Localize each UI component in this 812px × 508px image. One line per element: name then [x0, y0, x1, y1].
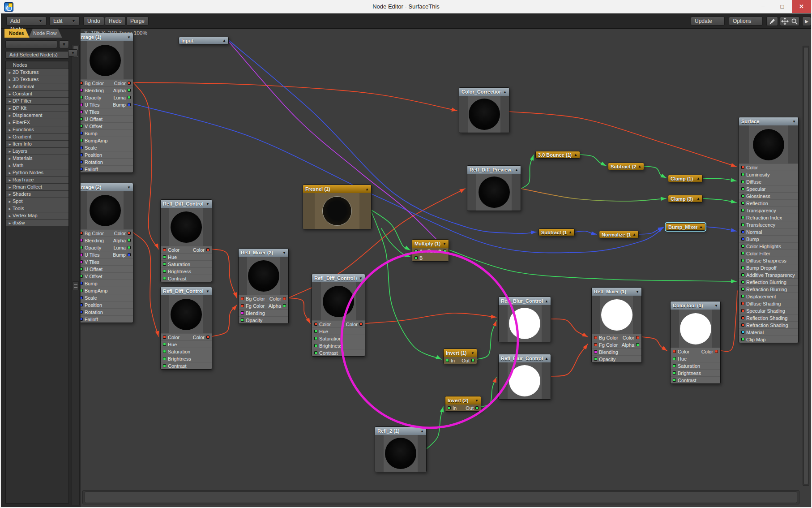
node-header[interactable]: Refl_2 (1)▲: [375, 427, 426, 435]
collapse-toggle-icon[interactable]: ▲: [545, 357, 548, 361]
output-socket-bump[interactable]: [128, 103, 131, 106]
input-socket-blending[interactable]: [81, 239, 83, 242]
sidebar-item-3d-textures[interactable]: ►3D Textures: [6, 76, 68, 83]
tab-node-flow[interactable]: Node Flow: [29, 29, 62, 38]
purge-button[interactable]: Purge: [126, 17, 149, 26]
input-socket-scale[interactable]: [81, 146, 83, 149]
input-socket-hue[interactable]: [314, 330, 317, 333]
node-refl-mixer-1[interactable]: Refl_Mixer (1)▼Bg ColorColorFg ColorAlph…: [591, 287, 642, 363]
node-invert-1[interactable]: Invert (1)▼InOut: [443, 349, 477, 364]
node-graph-canvas[interactable]: X:-195 Y:-240 Zoom:100% Image (1)▼Bg Col…: [81, 29, 811, 507]
wire[interactable]: [133, 104, 663, 253]
input-socket-bump[interactable]: [741, 237, 744, 241]
input-socket-color[interactable]: [673, 350, 676, 353]
input-socket-clip-map[interactable]: [741, 338, 744, 341]
sidebar-splitter[interactable]: [72, 45, 80, 505]
output-socket-alpha[interactable]: [283, 304, 286, 307]
canvas-vertical-scrollbar[interactable]: [803, 46, 809, 486]
input-socket-u-tiles[interactable]: [81, 103, 83, 106]
sidebar-item-python-nodes[interactable]: ►Python Nodes: [6, 169, 68, 176]
sidebar-item-math[interactable]: ►Math: [6, 162, 68, 169]
node-color-correction-1[interactable]: Color_Correction (1)▲: [459, 87, 509, 133]
collapse-toggle-icon[interactable]: ▼: [206, 289, 209, 293]
wire[interactable]: [133, 232, 158, 336]
input-socket-position[interactable]: [81, 303, 83, 306]
collapse-toggle-icon[interactable]: ▲: [222, 39, 226, 43]
node-header[interactable]: Normalize (1)▲: [599, 231, 638, 238]
node-header[interactable]: Fresnel (1)▲: [303, 185, 371, 193]
wire[interactable]: [449, 250, 736, 281]
sidebar-item-functions[interactable]: ►Functions: [6, 126, 68, 133]
node-header[interactable]: Subtract (1)▲: [539, 229, 574, 236]
input-socket-opacity[interactable]: [241, 319, 244, 322]
wire[interactable]: [521, 155, 534, 189]
collapse-toggle-icon[interactable]: ▲: [568, 230, 572, 234]
input-socket-color[interactable]: [741, 166, 744, 169]
sidebar-item-dp-filter[interactable]: ►DP Filter: [6, 98, 68, 104]
output-socket-alpha[interactable]: [128, 89, 131, 92]
collapse-toggle-icon[interactable]: ▲: [633, 232, 636, 237]
input-socket-fg-color[interactable]: [241, 304, 244, 307]
redo-button[interactable]: Redo: [105, 17, 126, 26]
input-socket-bump[interactable]: [81, 282, 83, 285]
input-socket-brightness[interactable]: [314, 344, 317, 347]
hscroll-thumb[interactable]: [85, 491, 797, 503]
input-socket-glossiness[interactable]: [741, 194, 744, 198]
input-socket-hue[interactable]: [163, 343, 166, 346]
node-header[interactable]: Refl_Diff_Control (4)▼: [312, 274, 365, 282]
node-surface[interactable]: Surface▼ColorLuminosityDiffuseSpecularGl…: [739, 117, 799, 343]
input-socket-reflection[interactable]: [741, 202, 744, 205]
edit-dropdown[interactable]: ▼ Edit: [49, 17, 80, 26]
input-socket-blending[interactable]: [81, 89, 83, 92]
node-header[interactable]: Clamp (3)▲: [668, 195, 702, 202]
input-socket-refraction-index[interactable]: [741, 216, 744, 219]
output-socket-color[interactable]: [283, 297, 286, 300]
wire[interactable]: [477, 321, 496, 359]
input-socket-saturation[interactable]: [163, 350, 166, 353]
collapse-toggle-icon[interactable]: ▲: [697, 197, 700, 201]
node-header[interactable]: Invert (2)▼: [445, 396, 481, 405]
node-header[interactable]: Multiply (1)▼: [412, 240, 449, 248]
input-socket-material[interactable]: [741, 331, 744, 334]
sidebar-item-materials[interactable]: ►Materials: [6, 155, 68, 162]
input-socket-v-tiles[interactable]: [81, 260, 83, 263]
node-header[interactable]: Refl_Mixer (2)▼: [239, 249, 288, 257]
input-socket-brightness[interactable]: [163, 270, 166, 273]
collapse-toggle-icon[interactable]: ▲: [574, 153, 577, 157]
input-socket-transparency[interactable]: [741, 209, 744, 212]
vscroll-thumb[interactable]: [803, 47, 808, 484]
input-socket-rotation[interactable]: [81, 310, 83, 314]
node-refl-diff-preview-1[interactable]: Refl_Diff_Preview (1)▲: [467, 165, 521, 211]
node-header[interactable]: Refl_Diff_Control (1)▼: [161, 200, 212, 208]
input-socket-bg-color[interactable]: [81, 82, 83, 85]
add-node-dropdown[interactable]: ▼ Add Node: [6, 17, 47, 26]
input-socket-blending[interactable]: [594, 350, 597, 353]
node-header[interactable]: Image (1)▼: [81, 33, 133, 41]
input-socket-b[interactable]: [415, 256, 418, 259]
input-socket-u-offset[interactable]: [81, 117, 83, 121]
collapse-toggle-icon[interactable]: ▼: [206, 202, 209, 206]
add-selected-nodes-button[interactable]: Add Selected Node(s): [5, 51, 69, 59]
collapse-toggle-icon[interactable]: ▼: [282, 251, 286, 255]
sidebar-item-vertex-map[interactable]: ►Vertex Map: [6, 212, 68, 219]
node-colortool-1[interactable]: ColorTool (1)▼ColorColorHueSaturationBri…: [670, 301, 721, 384]
input-socket-diffuse-sharpness[interactable]: [741, 259, 744, 262]
sidebar-item-tools[interactable]: ►Tools: [6, 205, 68, 212]
node-header[interactable]: Refl_Diff_Preview (1)▲: [467, 166, 521, 174]
node-header[interactable]: Refl_Blur_Control (1)▲: [499, 297, 551, 305]
wire[interactable]: [212, 305, 237, 336]
input-socket-saturation[interactable]: [163, 263, 166, 266]
node-image-1[interactable]: Image (1)▼Bg ColorColorBlendingAlphaOpac…: [81, 33, 133, 173]
collapse-toggle-icon[interactable]: ▲: [638, 164, 641, 168]
sidebar-item-fiberfx[interactable]: ►FiberFX: [6, 119, 68, 126]
input-socket-falloff[interactable]: [81, 318, 83, 321]
node-header[interactable]: Clamp (1)▲: [668, 175, 702, 182]
canvas-horizontal-scrollbar[interactable]: [82, 490, 799, 504]
input-socket-scale[interactable]: [81, 296, 83, 299]
output-socket-alpha[interactable]: [128, 239, 131, 242]
input-socket-color[interactable]: [163, 248, 166, 251]
node-image-2[interactable]: Image (2)▼Bg ColorColorBlendingAlphaOpac…: [81, 183, 133, 323]
input-socket-v-offset[interactable]: [81, 125, 83, 128]
output-socket-result[interactable]: [443, 250, 446, 253]
output-socket-color[interactable]: [715, 350, 718, 353]
